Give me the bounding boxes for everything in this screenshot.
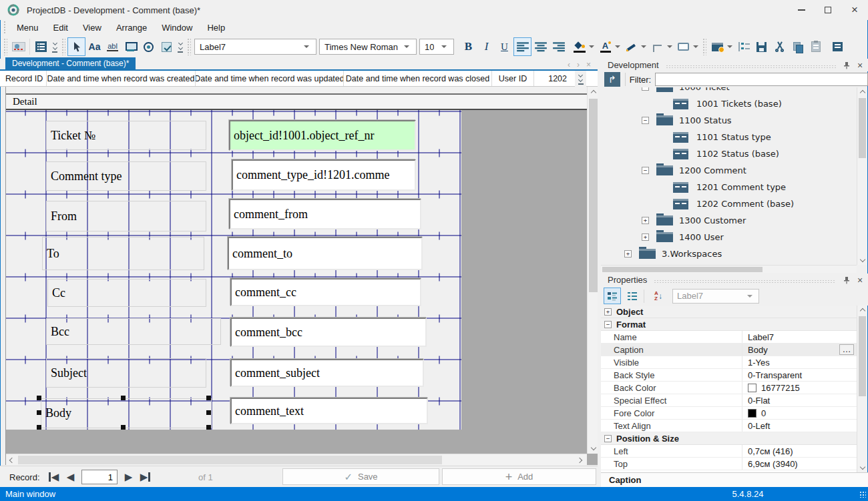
underline-button[interactable]: U [495,37,513,56]
categorized-view-button[interactable] [604,288,621,304]
scroll-left-icon[interactable] [7,454,17,466]
scrollbar-thumb[interactable] [589,99,598,292]
tree-item-1300-customer[interactable]: + 1300 Customer [601,212,857,229]
menu-list-button[interactable] [32,37,50,56]
pin-icon[interactable] [841,275,852,286]
sort-az-button[interactable]: AZ ↓ [650,288,667,304]
expand-icon[interactable]: + [642,233,649,241]
checkbox-tool-button[interactable] [158,37,176,56]
align-left-button[interactable] [513,37,531,56]
selection-handle[interactable] [206,410,211,415]
tree-item-1102-status-base[interactable]: 1102 Status (base) [601,145,857,162]
designer-label[interactable]: Subject [46,358,206,388]
last-record-button[interactable]: ▶ [137,469,154,485]
panel-drag-texture[interactable] [666,65,836,69]
panel-drag-texture[interactable] [654,280,836,284]
collapse-icon[interactable]: − [642,87,649,91]
scroll-down-icon[interactable] [857,463,867,471]
save-record-button[interactable]: ✓ Save [282,468,439,485]
expand-icon[interactable]: + [642,217,649,224]
designer-field[interactable]: comment_to [228,237,423,270]
designer-label[interactable]: To [42,237,204,270]
toolbar-grip[interactable] [702,38,706,55]
column-closed[interactable]: Date and time when record was closed [344,71,492,86]
designer-label[interactable]: Cc [47,279,206,307]
expand-icon[interactable]: + [624,250,632,258]
selection-handle[interactable] [37,410,41,415]
menu-item-menu[interactable]: Menu [9,21,46,34]
tree-item-1101-status-type[interactable]: 1101 Status type [601,129,857,145]
tab-scroll-left-icon[interactable]: ‹ [568,60,570,69]
selection-handle[interactable] [206,396,211,400]
font-family-combo[interactable]: Times New Roman [319,39,417,55]
designer-label[interactable]: Bcc [46,318,221,345]
property-value[interactable]: Label7 [748,332,774,342]
filter-input[interactable] [655,73,868,86]
form-wizard-button[interactable] [9,37,27,56]
alphabetical-view-button[interactable] [624,288,641,304]
first-record-button[interactable]: ◀ [45,469,62,485]
ellipsis-editor-button[interactable]: … [839,344,854,355]
subform-tool-button[interactable] [122,37,140,56]
property-row-left[interactable]: Left 0,7см (416) [601,445,857,458]
property-object-selector[interactable]: Label7 [672,289,759,304]
menu-item-window[interactable]: Window [154,21,200,34]
pin-icon[interactable] [841,60,852,71]
scrollbar-thumb[interactable] [859,98,866,158]
collapse-icon[interactable]: − [642,167,649,174]
toolbar-grip[interactable] [61,38,65,55]
property-row-top[interactable]: Top 6,9см (3940) [601,458,857,470]
close-panel-icon[interactable]: × [855,275,865,286]
font-size-combo[interactable]: 10 [419,39,454,55]
designer-field[interactable]: comment_cc [230,278,421,306]
maximize-button[interactable] [815,1,841,19]
property-row-caption[interactable]: Caption Body … [601,344,857,356]
designer-field[interactable]: comment_type_id!1201.comme [232,159,416,191]
tree-item-1100-status[interactable]: − 1100 Status [601,112,857,129]
column-created[interactable]: Date and time when record was created [47,71,196,86]
detail-band-header[interactable]: Detail [6,93,587,110]
designer-label[interactable]: From [46,201,206,231]
designer-field[interactable]: comment_subject [230,359,424,387]
property-value[interactable]: 0-Left [748,421,770,431]
property-value[interactable]: Body [748,345,768,355]
property-row-back-style[interactable]: Back Style 0-Transparent [601,369,857,382]
tree-item-3-workspaces[interactable]: + 3.Workspaces [601,245,857,262]
form-options-dropdown[interactable] [727,45,732,48]
font-color-button[interactable]: A [596,37,614,56]
collapse-icon[interactable]: − [604,321,612,328]
column-record-id[interactable]: Record ID [0,71,47,86]
locate-object-button[interactable]: ↱ [604,72,620,87]
designer-field[interactable]: object_id!1001.object_ref_nr [229,120,416,151]
resize-grip[interactable] [859,491,866,498]
add-record-button[interactable]: + Add [442,468,596,485]
tree-item-1000-ticket[interactable]: − 1000 Ticket [601,87,857,95]
font-color-dropdown[interactable] [615,45,620,48]
form-options-button[interactable] [708,37,726,56]
menu-item-arrange[interactable]: Arrange [109,21,154,34]
column-updated[interactable]: Date and time when record was updated [196,71,344,86]
notes-panel-button[interactable] [829,37,847,56]
tree-item-1201-comment-type[interactable]: 1201 Comment type [601,179,857,195]
selection-handle[interactable] [37,396,41,400]
bold-button[interactable]: B [459,37,477,56]
property-row-back-color[interactable]: Back Color 16777215 [601,382,857,394]
toolbar-grip[interactable] [187,38,191,55]
selection-handle[interactable] [121,425,126,430]
close-panel-icon[interactable]: × [855,60,865,71]
tab-scroll-right-icon[interactable]: › [577,60,580,69]
tree-vertical-scrollbar[interactable] [857,87,867,265]
designer-field[interactable]: comment_from [229,199,421,229]
next-record-button[interactable]: ▶ [120,469,137,485]
tree-item-1001-tickets-base[interactable]: 1001 Tickets (base) [601,95,857,112]
property-row-visible[interactable]: Visible 1-Yes [601,356,857,369]
paste-button[interactable] [807,37,825,56]
property-row-text-align[interactable]: Text Align 0-Left [601,420,857,432]
scroll-up-icon[interactable] [857,307,867,315]
property-section-format[interactable]: − Format [601,318,857,331]
border-color-dropdown[interactable] [641,45,646,48]
border-color-button[interactable] [622,37,640,56]
designer-label[interactable]: Comment type [46,161,206,191]
tab-development-comment[interactable]: Development - Comment (base)* [5,57,136,69]
pointer-tool-button[interactable] [67,37,85,56]
